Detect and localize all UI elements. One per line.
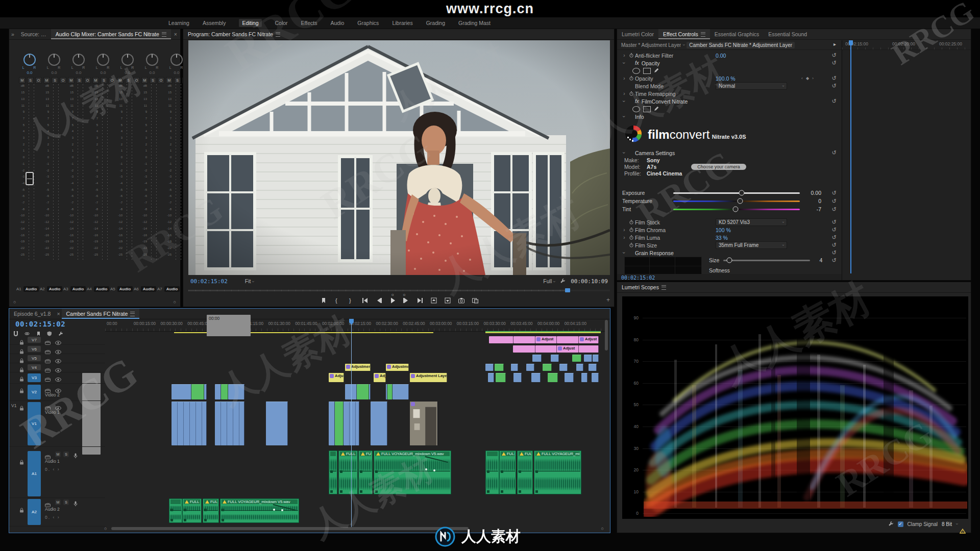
clip-blue[interactable] [513, 373, 522, 382]
clip-pink[interactable] [557, 336, 579, 343]
clip-adjustment-layer[interactable]: Adjustment Layer [410, 373, 447, 382]
track-assign-button[interactable]: Audio [47, 286, 63, 292]
tab-essential-graphics[interactable]: Essential Graphics [710, 29, 764, 39]
panel-expander-icon[interactable]: » [9, 31, 16, 37]
mixer-s-button[interactable]: S [52, 77, 58, 84]
clip-green[interactable] [496, 373, 506, 382]
zoom-level-select[interactable]: Fit › [245, 278, 254, 284]
chevron-down-icon[interactable]: › [954, 523, 960, 525]
panel-menu-icon[interactable] [162, 32, 166, 37]
clip-blue[interactable] [329, 402, 335, 445]
pan-knob[interactable] [72, 54, 85, 66]
film-stock-select[interactable]: KD 5207 Vis3› [716, 218, 787, 226]
track-assign-button[interactable]: Audio [164, 286, 180, 292]
expand-chevron-icon[interactable]: › [621, 235, 627, 240]
program-settings-wrench-icon[interactable] [560, 278, 566, 285]
volume-keyframe-line[interactable] [221, 510, 298, 511]
program-timecode[interactable]: 00:02:15:02 [190, 278, 228, 285]
extract-icon[interactable] [444, 297, 451, 306]
reset-icon[interactable]: ↺ [826, 249, 842, 256]
timeline-zoom-out-icon[interactable]: ○ [104, 526, 107, 531]
collapse-chevron-icon[interactable]: › [621, 60, 627, 66]
tab-source-monitor[interactable]: Source: NINJAV_S001_S001_T156.MOV [16, 29, 51, 39]
tab-lumetri-color[interactable]: Lumetri Color [617, 29, 658, 39]
clip-name-label[interactable]: Camber Sands FC Nitrate * Adjustment Lay… [687, 42, 795, 48]
timeline-vscrollbar[interactable] [605, 320, 608, 350]
clip-blue[interactable] [371, 402, 387, 445]
fader-track[interactable] [176, 84, 176, 260]
tab-essential-sound[interactable]: Essential Sound [764, 29, 812, 39]
mixer-scroll-left[interactable]: ○ [13, 299, 16, 305]
keyframe-dot[interactable] [433, 469, 435, 471]
exposure-value[interactable]: 0.00 [804, 190, 821, 196]
clip-thumb[interactable] [410, 402, 438, 445]
pan-value[interactable]: 0.0 [115, 70, 140, 75]
clip-adjustmen[interactable]: Adjustmen [345, 364, 371, 371]
clip-blue[interactable] [581, 373, 587, 382]
audio-clip-full[interactable]: FULL [358, 450, 373, 494]
clip-pink[interactable] [513, 345, 535, 353]
step-back-icon[interactable] [375, 297, 382, 306]
clip-blue[interactable] [172, 402, 207, 445]
clip-blue[interactable] [488, 373, 494, 382]
clip-adjust[interactable]: Adjust [579, 336, 599, 343]
mixer-o-button[interactable]: O [84, 77, 91, 84]
compare-icon[interactable] [472, 297, 479, 306]
mixer-m-button[interactable]: M [141, 77, 148, 84]
scopes-settings-wrench-icon[interactable] [888, 521, 894, 528]
panel-menu-icon[interactable] [276, 32, 280, 37]
program-playhead[interactable] [565, 288, 570, 292]
workspace-tab-grading[interactable]: Grading [426, 20, 445, 26]
film-size-select[interactable]: 35mm Full Frame› [716, 241, 787, 249]
reset-icon[interactable]: ↺ [826, 242, 842, 248]
audio-clip-segment[interactable] [329, 450, 337, 494]
clip-blue[interactable] [559, 364, 568, 371]
clip-blue[interactable] [511, 364, 518, 371]
volume-keyframe-line[interactable] [375, 471, 450, 471]
mixer-m-button[interactable]: M [19, 77, 26, 84]
audio-clip-full-voyageur-mixdown-v5-wav[interactable]: FULL VOYAGEUR_mixdown V5.wav [220, 498, 299, 523]
camera-icon[interactable] [458, 297, 465, 306]
workspace-tab-assembly[interactable]: Assembly [203, 20, 226, 26]
clip-blue[interactable] [565, 373, 574, 382]
workspace-tab-grading-mast[interactable]: Grading Mast [458, 20, 491, 26]
anti-flicker-filter-value[interactable]: 0.00 [716, 53, 801, 59]
clip-blue[interactable] [172, 384, 191, 399]
effects-timeline-toggle-icon[interactable]: ▸ [834, 41, 836, 47]
stopwatch-icon[interactable] [627, 76, 635, 81]
reset-icon[interactable]: ↺ [826, 234, 842, 241]
pan-knob[interactable] [48, 54, 60, 66]
rectangle-mask-icon[interactable] [643, 106, 651, 112]
workspace-tab-color[interactable]: Color [275, 20, 288, 26]
audio-clip-full-v[interactable]: FULL V [182, 498, 202, 523]
clip-green[interactable] [387, 384, 393, 399]
mixer-o-button[interactable]: O [109, 77, 115, 84]
clip-green[interactable] [543, 364, 552, 371]
ellipse-mask-icon[interactable] [632, 68, 640, 74]
choose-camera-button[interactable]: Choose your camera [691, 164, 746, 170]
timeline-zoom-in-icon[interactable]: ○ [601, 526, 604, 531]
tab-lumetri-scopes[interactable]: Lumetri Scopes [617, 282, 671, 292]
mixer-s-button[interactable]: S [150, 77, 156, 84]
stopwatch-icon[interactable] [627, 235, 635, 240]
marker-icon[interactable] [320, 297, 327, 306]
stopwatch-icon[interactable] [627, 220, 635, 224]
timeline-hscrollbar[interactable] [111, 527, 469, 530]
effects-bottom-timecode[interactable]: 00:02:15:02 [621, 275, 655, 281]
go-out-icon[interactable] [416, 297, 424, 306]
reset-icon[interactable]: ↺ [826, 219, 842, 226]
film-chroma-value[interactable]: 100 % [716, 227, 801, 233]
clip-blue[interactable] [215, 402, 244, 445]
tab-effect-controls[interactable]: Effect Controls [658, 29, 710, 39]
mixer-m-button[interactable]: M [166, 77, 173, 84]
reset-icon[interactable]: ↺ [826, 227, 842, 233]
keyframe-dot[interactable] [281, 509, 283, 511]
track-assign-button[interactable]: Audio [23, 286, 39, 292]
mixer-o-button[interactable]: O [158, 77, 164, 84]
expand-chevron-icon[interactable]: › [621, 76, 627, 81]
workspace-tab-libraries[interactable]: Libraries [392, 20, 412, 26]
grain-size-slider[interactable] [723, 260, 810, 261]
mixer-m-button[interactable]: M [92, 77, 99, 84]
panel-menu-icon[interactable] [662, 285, 666, 290]
pan-knob[interactable] [146, 54, 158, 66]
